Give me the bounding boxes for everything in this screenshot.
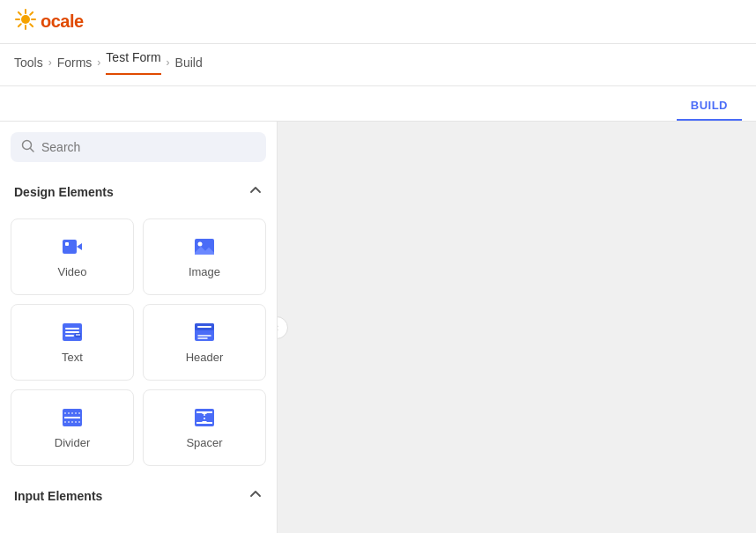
svg-rect-11 bbox=[63, 240, 77, 254]
spacer-label: Spacer bbox=[186, 436, 222, 449]
element-card-spacer[interactable]: Spacer bbox=[143, 389, 266, 466]
element-card-video[interactable]: Video bbox=[11, 218, 134, 295]
image-icon bbox=[193, 235, 216, 258]
design-elements-section-header: Design Elements bbox=[11, 176, 266, 208]
tab-build[interactable]: BUILD bbox=[677, 92, 742, 121]
header-label: Header bbox=[186, 351, 224, 364]
logo-sun-svg bbox=[14, 8, 37, 31]
divider-icon bbox=[61, 406, 84, 429]
breadcrumb-sep-1: › bbox=[48, 56, 52, 69]
search-box[interactable] bbox=[11, 132, 266, 162]
svg-marker-12 bbox=[77, 243, 82, 250]
text-icon bbox=[61, 321, 84, 344]
video-icon bbox=[61, 235, 84, 258]
element-card-header[interactable]: Header bbox=[143, 304, 266, 381]
svg-rect-13 bbox=[65, 242, 69, 246]
svg-point-15 bbox=[198, 242, 203, 247]
svg-line-8 bbox=[19, 24, 21, 26]
search-icon bbox=[21, 139, 34, 155]
breadcrumb-bar: Tools › Forms › Test Form › Build bbox=[0, 44, 756, 86]
sidebar-inner: Design Elements bbox=[0, 122, 277, 522]
logo: ocale bbox=[14, 8, 84, 36]
input-elements-title: Input Elements bbox=[14, 489, 102, 503]
svg-line-7 bbox=[30, 11, 33, 14]
design-elements-title: Design Elements bbox=[14, 185, 114, 199]
breadcrumb: Tools › Forms › Test Form › Build bbox=[14, 50, 203, 85]
logo-text: ocale bbox=[41, 11, 84, 32]
breadcrumb-test-form[interactable]: Test Form bbox=[106, 50, 160, 75]
tab-bar: BUILD bbox=[0, 86, 756, 122]
element-card-image[interactable]: Image bbox=[143, 218, 266, 295]
breadcrumb-sep-2: › bbox=[97, 56, 100, 69]
svg-line-10 bbox=[31, 149, 34, 152]
design-elements-grid: Video Image bbox=[11, 218, 266, 466]
canvas-area: ‹ bbox=[278, 122, 756, 533]
svg-line-5 bbox=[19, 11, 21, 14]
input-elements-collapse-icon[interactable] bbox=[248, 487, 263, 505]
svg-line-6 bbox=[30, 24, 33, 26]
collapse-panel-button[interactable]: ‹ bbox=[278, 316, 288, 339]
canvas-wrapper: ‹ bbox=[278, 122, 756, 533]
element-card-text[interactable]: Text bbox=[11, 304, 134, 381]
breadcrumb-build[interactable]: Build bbox=[175, 56, 203, 70]
element-card-divider[interactable]: Divider bbox=[11, 389, 134, 466]
main-content: Design Elements bbox=[0, 122, 756, 533]
video-label: Video bbox=[57, 265, 86, 278]
search-input[interactable] bbox=[41, 140, 256, 154]
spacer-icon bbox=[193, 406, 216, 429]
breadcrumb-tools[interactable]: Tools bbox=[14, 56, 43, 70]
header-icon bbox=[193, 321, 216, 344]
input-elements-section-header: Input Elements bbox=[11, 480, 266, 512]
app-header: ocale bbox=[0, 0, 756, 44]
image-label: Image bbox=[189, 265, 220, 278]
text-label: Text bbox=[62, 351, 83, 364]
breadcrumb-forms[interactable]: Forms bbox=[57, 56, 93, 70]
divider-label: Divider bbox=[55, 436, 90, 449]
sidebar: Design Elements bbox=[0, 122, 278, 533]
design-elements-collapse-icon[interactable] bbox=[248, 183, 263, 201]
logo-sun-icon bbox=[14, 8, 37, 36]
svg-point-0 bbox=[21, 15, 30, 24]
breadcrumb-sep-3: › bbox=[167, 56, 170, 69]
